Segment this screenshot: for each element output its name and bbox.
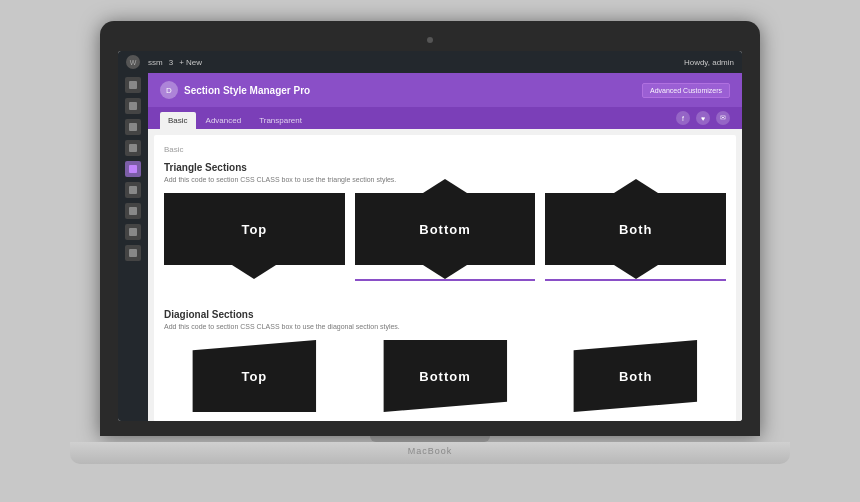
plugin-header: D Section Style Manager Pro Advanced Cus… xyxy=(148,73,742,107)
sidebar-icon-plugins[interactable] xyxy=(125,203,141,219)
triangle-top-shape: Top xyxy=(164,193,345,265)
triangle-bottom-arrow xyxy=(423,179,467,193)
wp-logo-icon: W xyxy=(126,55,140,69)
tab-transparent[interactable]: Transparent xyxy=(251,112,310,129)
screen-shell: W ssm 3 + New Howdy, admin xyxy=(100,21,760,436)
sidebar-icon-media[interactable] xyxy=(125,119,141,135)
plugin-title-text: Section Style Manager Pro xyxy=(184,85,310,96)
triangle-top-card: Top xyxy=(164,193,345,281)
sidebar-icon-dashboard[interactable] xyxy=(125,77,141,93)
triangle-bottom-shape: Bottom xyxy=(355,193,536,265)
triangle-bottom-card: Bottom xyxy=(355,193,536,281)
tab-advanced[interactable]: Advanced xyxy=(198,112,250,129)
breadcrumb: Basic xyxy=(164,145,726,154)
advanced-customizers-button[interactable]: Advanced Customizers xyxy=(642,83,730,98)
plugin-divi-icon: D xyxy=(160,81,178,99)
triangle-both-arrow-bottom xyxy=(614,265,658,279)
admin-bar-greeting: Howdy, admin xyxy=(684,58,734,67)
laptop-shell: W ssm 3 + New Howdy, admin xyxy=(70,21,790,481)
plugin-tabs-left: Basic Advanced Transparent xyxy=(160,112,310,129)
heart-icon[interactable]: ♥ xyxy=(696,111,710,125)
sidebar-icon-pages[interactable] xyxy=(125,140,141,156)
triangle-shapes-grid: Top Bottom xyxy=(164,193,726,289)
email-icon[interactable]: ✉ xyxy=(716,111,730,125)
plugin-social-icons: f ♥ ✉ xyxy=(676,111,730,129)
wp-sidebar xyxy=(118,73,148,421)
diag-bottom-label: Bottom xyxy=(419,369,471,384)
diagonal-section-title: Diagional Sections xyxy=(164,309,726,320)
tab-basic[interactable]: Basic xyxy=(160,112,196,129)
facebook-icon[interactable]: f xyxy=(676,111,690,125)
admin-bar-items: ssm 3 + New xyxy=(148,58,202,67)
triangle-top-label: Top xyxy=(241,222,267,237)
plugin-tabs: Basic Advanced Transparent f ♥ ✉ xyxy=(148,107,742,129)
triangle-section-title: Triangle Sections xyxy=(164,162,726,173)
camera xyxy=(427,37,433,43)
wp-layout: D Section Style Manager Pro Advanced Cus… xyxy=(118,73,742,421)
triangle-top-arrow xyxy=(232,265,276,279)
sidebar-icon-appearance[interactable] xyxy=(125,182,141,198)
triangle-both-line xyxy=(545,279,726,281)
diag-bottom-card: Bottom xyxy=(355,340,536,412)
diag-both-card: Both xyxy=(545,340,726,412)
diagonal-shapes-grid: Top Bottom xyxy=(164,340,726,412)
diagonal-section-desc: Add this code to section CSS CLASS box t… xyxy=(164,323,726,330)
admin-bar-site[interactable]: ssm xyxy=(148,58,163,67)
triangle-both-arrow-top xyxy=(614,179,658,193)
triangle-bottom-arrow-down xyxy=(423,265,467,279)
triangle-both-card: Both xyxy=(545,193,726,281)
admin-bar-notif[interactable]: 3 xyxy=(169,58,173,67)
screen: W ssm 3 + New Howdy, admin xyxy=(118,51,742,421)
sidebar-icon-plugin[interactable] xyxy=(125,161,141,177)
sidebar-icon-posts[interactable] xyxy=(125,98,141,114)
plugin-title-group: D Section Style Manager Pro xyxy=(160,81,310,99)
diag-top-card: Top xyxy=(164,340,345,412)
triangle-bottom-label: Bottom xyxy=(419,222,471,237)
wp-main-content: D Section Style Manager Pro Advanced Cus… xyxy=(148,73,742,421)
wp-admin-bar: W ssm 3 + New Howdy, admin xyxy=(118,51,742,73)
triangle-both-shape: Both xyxy=(545,193,726,265)
diag-both-label: Both xyxy=(619,369,653,384)
diag-top-label: Top xyxy=(241,369,267,384)
content-area: Basic Triangle Sections Add this code to… xyxy=(154,135,736,421)
triangle-bottom-line xyxy=(355,279,536,281)
triangle-both-label: Both xyxy=(619,222,653,237)
admin-bar-new[interactable]: + New xyxy=(179,58,202,67)
laptop-base xyxy=(70,442,790,464)
sidebar-icon-users[interactable] xyxy=(125,224,141,240)
sidebar-icon-settings[interactable] xyxy=(125,245,141,261)
